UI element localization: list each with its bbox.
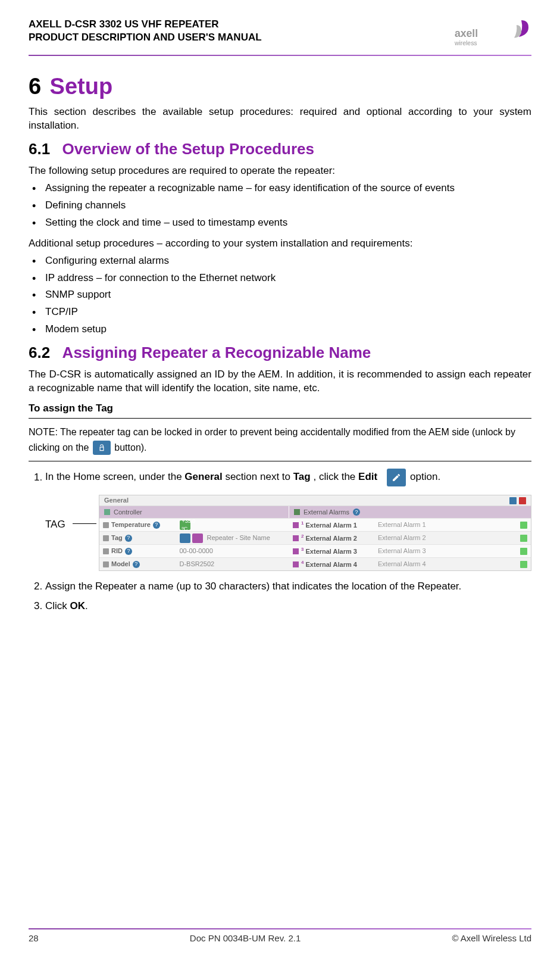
list-item: Modem setup bbox=[29, 323, 531, 336]
model-icon bbox=[103, 561, 109, 567]
alarm-value: External Alarm 1 bbox=[378, 520, 426, 530]
general-panel: General Controller External Alarms ? bbox=[99, 495, 531, 571]
header-line2: PRODUCT DESCRIPTION AND USER'S MANUAL bbox=[29, 31, 262, 44]
temp-badge: +35.0 ºC bbox=[180, 520, 190, 530]
panel-column-headers: Controller External Alarms ? bbox=[99, 506, 531, 518]
footer-doc: Doc PN 0034B-UM Rev. 2.1 bbox=[190, 933, 301, 943]
external-alarms-label: External Alarms bbox=[304, 508, 349, 517]
header-divider bbox=[29, 55, 531, 56]
step3-b: . bbox=[85, 600, 88, 611]
table-row: Model? D-BSR2502 4 External Alarm 4 Exte… bbox=[99, 557, 531, 570]
step-3: Click OK. bbox=[45, 599, 531, 614]
to-assign-heading: To assign the Tag bbox=[29, 403, 531, 414]
panel-min-icon[interactable] bbox=[509, 497, 517, 504]
step1-b: section next to bbox=[225, 472, 293, 483]
tag-edit-icon[interactable] bbox=[192, 533, 203, 543]
temperature-icon bbox=[103, 522, 109, 528]
alarm-icon bbox=[293, 561, 299, 567]
help-icon[interactable]: ? bbox=[133, 561, 140, 568]
list-item: Setting the clock and time – used to tim… bbox=[29, 216, 531, 230]
row-label: RID bbox=[111, 547, 123, 556]
step1-tag: Tag bbox=[293, 472, 311, 483]
list-item: TCP/IP bbox=[29, 305, 531, 319]
step1-edit: Edit bbox=[358, 472, 377, 483]
footer-text: 28 Doc PN 0034B-UM Rev. 2.1 © Axell Wire… bbox=[29, 933, 531, 943]
rid-icon bbox=[103, 548, 109, 554]
panel-topbar: General bbox=[99, 495, 531, 506]
note-rule-bottom bbox=[29, 461, 531, 461]
alarm-icon bbox=[293, 522, 299, 528]
row-label: Model bbox=[111, 560, 130, 569]
help-icon[interactable]: ? bbox=[125, 535, 132, 542]
additional-list: Configuring external alarms IP address –… bbox=[29, 254, 531, 337]
alarm-label: External Alarm 4 bbox=[306, 561, 357, 568]
step1-a: In the Home screen, under the bbox=[45, 472, 184, 483]
logo-text2: wireless bbox=[454, 40, 477, 46]
table-row: RID? 00-00-0000 3 External Alarm 3 Exter… bbox=[99, 544, 531, 557]
steps-list: In the Home screen, under the General se… bbox=[29, 469, 531, 613]
status-icon bbox=[520, 522, 527, 529]
row-label: Temperature bbox=[111, 520, 151, 530]
list-item: Configuring external alarms bbox=[29, 254, 531, 268]
tag-lock-icon[interactable] bbox=[180, 533, 190, 543]
table-row: Tag? Repeater - Site Name 2 External Ala… bbox=[99, 531, 531, 544]
panel-title: General bbox=[104, 496, 129, 506]
footer-divider bbox=[29, 928, 531, 929]
pencil-icon bbox=[392, 473, 401, 482]
logo-text1: axell bbox=[455, 27, 478, 39]
assign-intro: The D-CSR is automatically assigned an I… bbox=[29, 368, 531, 395]
list-item: IP address – for connection to the Ether… bbox=[29, 272, 531, 285]
step1-c: , click the bbox=[313, 472, 358, 483]
figure-general-panel: TAG General Controller bbox=[45, 495, 531, 571]
edit-button[interactable] bbox=[387, 469, 406, 486]
step1-general: General bbox=[184, 472, 222, 483]
footer-page: 28 bbox=[29, 933, 39, 943]
tag-callout-line bbox=[73, 523, 96, 524]
alarm-label: External Alarm 2 bbox=[306, 535, 357, 542]
help-icon[interactable]: ? bbox=[125, 548, 132, 555]
controller-icon bbox=[104, 509, 110, 515]
status-icon bbox=[520, 535, 527, 542]
header-title: AXELL D-CSR 3302 US VHF REPEATER PRODUCT… bbox=[29, 18, 262, 44]
col-external-alarms: External Alarms ? bbox=[289, 506, 531, 518]
h1-text: Setup bbox=[50, 74, 113, 99]
h1-number: 6 bbox=[29, 74, 41, 99]
model-value: D-BSR2502 bbox=[180, 560, 215, 569]
alarm-value: External Alarm 2 bbox=[378, 533, 426, 543]
list-item: Assigning the repeater a recognizable na… bbox=[29, 182, 531, 195]
step1-d: option. bbox=[410, 472, 440, 483]
status-icon bbox=[520, 548, 527, 555]
step3-a: Click bbox=[45, 600, 70, 611]
heading-2-assigning: 6.2 Assigning Repeater a Recognizable Na… bbox=[29, 344, 531, 362]
note-text: NOTE: The repeater tag can be locked in … bbox=[29, 422, 531, 457]
row-label: Tag bbox=[111, 533, 123, 543]
alarm-icon bbox=[293, 535, 299, 541]
page-header: AXELL D-CSR 3302 US VHF REPEATER PRODUCT… bbox=[29, 18, 531, 51]
tag-icon bbox=[103, 535, 109, 541]
h2-2-text: Assigning Repeater a Recognizable Name bbox=[62, 344, 371, 361]
status-icon bbox=[520, 561, 527, 568]
overview-intro: The following setup procedures are requi… bbox=[29, 164, 531, 178]
required-list: Assigning the repeater a recognizable na… bbox=[29, 182, 531, 230]
unlock-button[interactable] bbox=[93, 441, 111, 455]
alarm-value: External Alarm 4 bbox=[378, 560, 426, 569]
list-item: Defining channels bbox=[29, 199, 531, 213]
alarms-icon bbox=[294, 509, 300, 515]
header-line1: AXELL D-CSR 3302 US VHF REPEATER bbox=[29, 18, 262, 31]
table-row: Temperature? +35.0 ºC 1 External Alarm 1… bbox=[99, 518, 531, 531]
tag-callout: TAG bbox=[45, 495, 80, 532]
intro-paragraph: This section describes the available set… bbox=[29, 105, 531, 133]
additional-intro: Additional setup procedures – according … bbox=[29, 237, 531, 251]
h2-1-text: Overview of the Setup Procedures bbox=[62, 140, 314, 158]
help-icon[interactable]: ? bbox=[153, 522, 160, 529]
rid-value: 00-00-0000 bbox=[180, 547, 213, 556]
axell-logo: axell wireless bbox=[454, 18, 531, 51]
heading-1: 6 Setup bbox=[29, 74, 531, 99]
alarm-icon bbox=[293, 548, 299, 554]
panel-close-icon[interactable] bbox=[519, 497, 526, 504]
alarm-label: External Alarm 1 bbox=[306, 522, 357, 529]
help-icon[interactable]: ? bbox=[353, 508, 360, 516]
tag-value: Repeater - Site Name bbox=[207, 533, 270, 543]
temp-value: +35.0 ºC bbox=[180, 517, 198, 533]
heading-2-overview: 6.1 Overview of the Setup Procedures bbox=[29, 140, 531, 158]
